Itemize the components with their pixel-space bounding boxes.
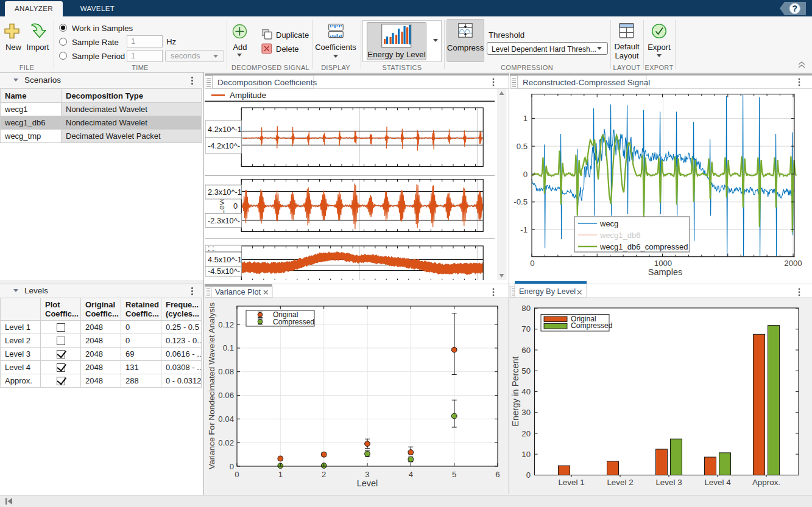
svg-text:4: 4 [409, 470, 413, 479]
svg-text:-4.2x10^-: -4.2x10^- [208, 141, 240, 150]
svg-text:2: 2 [322, 470, 326, 479]
svg-text:6: 6 [495, 470, 500, 479]
svg-text:-1: -1 [520, 225, 528, 234]
svg-text:10: 10 [521, 450, 531, 459]
svg-text:Energy By Level: Energy By Level [519, 287, 576, 296]
svg-text:2000: 2000 [784, 259, 802, 268]
svg-text:Energy in Percent: Energy in Percent [510, 356, 520, 426]
svg-text:0: 0 [235, 470, 239, 479]
svg-text:Variance For Nondecimated Wave: Variance For Nondecimated Wavelet Analys… [207, 302, 216, 469]
svg-text:-4.5x10^-: -4.5x10^- [208, 267, 240, 276]
svg-text:?: ? [792, 4, 797, 13]
svg-text:4.2x10^-1: 4.2x10^-1 [208, 125, 242, 134]
svg-text:Level 2: Level 2 [607, 478, 633, 487]
svg-text:0.02: 0.02 [218, 438, 234, 447]
svg-text:: :: : : [208, 243, 214, 253]
svg-text:Variance Plot: Variance Plot [215, 287, 261, 296]
svg-text:Compressed: Compressed [273, 318, 314, 326]
svg-text:60: 60 [521, 346, 531, 355]
svg-text:0.08: 0.08 [218, 367, 234, 376]
svg-text:0.12: 0.12 [218, 320, 234, 329]
svg-text:Amplitude: Amplitude [230, 91, 266, 100]
svg-text:0: 0 [526, 470, 531, 480]
svg-text:-0.5: -0.5 [514, 197, 528, 206]
svg-text:1: 1 [278, 470, 283, 479]
svg-text:-2.3x10^-: -2.3x10^- [208, 216, 240, 225]
svg-text:Level 1: Level 1 [558, 478, 584, 487]
svg-text:3: 3 [365, 470, 369, 479]
svg-text:1: 1 [523, 114, 528, 123]
svg-text:Decomposition Coefficients: Decomposition Coefficients [217, 78, 317, 87]
svg-text:0.04: 0.04 [218, 414, 234, 424]
svg-text:1000: 1000 [654, 259, 672, 268]
svg-text:2.3x10^-1: 2.3x10^-1 [208, 187, 242, 197]
svg-text:Approx.: Approx. [752, 478, 780, 487]
svg-text:0: 0 [233, 201, 238, 211]
svg-text:5: 5 [452, 470, 456, 479]
svg-text:0.5: 0.5 [517, 142, 528, 151]
svg-text:40: 40 [521, 387, 531, 396]
svg-text:0: 0 [530, 259, 534, 268]
svg-text:wecg: wecg [599, 219, 618, 228]
svg-text:Level: Level [357, 478, 378, 488]
svg-text:wecg1_db6: wecg1_db6 [599, 231, 641, 240]
svg-text:0: 0 [230, 462, 234, 471]
svg-text:20: 20 [521, 429, 531, 438]
svg-text:0.06: 0.06 [218, 391, 234, 400]
svg-text:Level 3: Level 3 [655, 478, 682, 487]
svg-text:50: 50 [521, 366, 531, 376]
svg-text:Compressed: Compressed [571, 321, 613, 330]
svg-text:Level 4: Level 4 [704, 478, 731, 487]
svg-text:30: 30 [521, 408, 531, 417]
svg-text:0.1: 0.1 [223, 343, 234, 352]
svg-text:Samples: Samples [648, 267, 682, 277]
svg-text:70: 70 [521, 324, 531, 334]
svg-text:0: 0 [523, 170, 528, 179]
svg-text:wecg1_db6_compressed: wecg1_db6_compressed [599, 242, 688, 251]
svg-text:80: 80 [521, 304, 531, 313]
svg-text:4.5x10^-1: 4.5x10^-1 [208, 255, 242, 264]
svg-text:Reconstructed-Compressed Signa: Reconstructed-Compressed Signal [523, 78, 650, 87]
